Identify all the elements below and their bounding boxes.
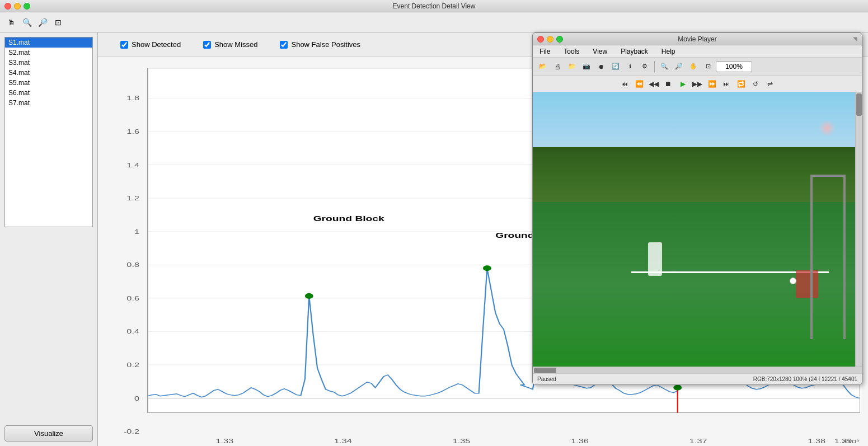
mp-toolbar-separator	[654, 61, 655, 72]
maximize-button[interactable]	[24, 3, 30, 10]
fit-icon[interactable]: ⊡	[51, 16, 65, 29]
mp-menu-view[interactable]: View	[590, 46, 609, 57]
mp-open-icon[interactable]: 📂	[536, 60, 550, 73]
goal-post-2	[810, 175, 813, 339]
mp-hand-icon[interactable]: ✋	[687, 60, 700, 73]
mp-status-right: RGB:720x1280 100% (24 f 12221 / 45401	[753, 376, 857, 382]
cursor-icon[interactable]: 🖱	[4, 16, 18, 29]
mp-toolbar: 📂 🖨 📁 📷 ⏺ 🔄 ℹ ⚙ 🔍 🔎 ✋ ⊡	[533, 58, 862, 76]
mp-fit-icon[interactable]: ⊡	[701, 60, 715, 73]
show-detected-checkbox[interactable]: Show Detected	[120, 40, 181, 49]
svg-text:1.6: 1.6	[126, 128, 139, 135]
mp-record-icon[interactable]: ⏺	[594, 60, 608, 73]
goal-post-1	[843, 175, 846, 339]
mp-maximize-button[interactable]	[556, 36, 563, 43]
show-false-positives-input[interactable]	[280, 41, 288, 49]
movie-player-window: Movie Player ◥ File Tools View Playback …	[532, 32, 862, 385]
mp-camera-icon[interactable]: 📷	[580, 60, 593, 73]
svg-text:0.4: 0.4	[126, 328, 139, 335]
mp-scrollbar-bottom[interactable]	[533, 367, 862, 373]
mp-title: Movie Player	[678, 35, 716, 43]
mp-scrollbar-thumb[interactable]	[856, 93, 862, 116]
mp-minimize-button[interactable]	[547, 36, 553, 43]
mp-menu-bar: File Tools View Playback Help	[533, 45, 862, 58]
file-list[interactable]: S1.mat S2.mat S3.mat S4.mat S5.mat S6.ma…	[4, 37, 93, 227]
mp-scrollbar-bottom-thumb[interactable]	[534, 368, 556, 373]
mp-step-forward-button[interactable]: ⏩	[705, 78, 719, 90]
svg-text:1: 1	[134, 228, 139, 235]
svg-text:0: 0	[134, 395, 139, 402]
mp-settings-icon[interactable]: ⚙	[638, 60, 651, 73]
mp-video-content	[533, 92, 862, 367]
mp-zoom-out-icon[interactable]: 🔎	[672, 60, 686, 73]
svg-text:1.33: 1.33	[216, 438, 234, 445]
mp-folder-icon[interactable]: 📁	[565, 60, 579, 73]
svg-text:1.34: 1.34	[334, 438, 352, 445]
mp-swap-button[interactable]: ⇌	[763, 78, 777, 90]
annotation-dot-4	[673, 385, 682, 391]
traffic-lights	[4, 3, 30, 10]
svg-text:1.2: 1.2	[126, 195, 139, 202]
file-list-item[interactable]: S2.mat	[5, 48, 92, 58]
mp-skip-end-button[interactable]: ⏭	[720, 78, 733, 90]
ball	[790, 278, 796, 284]
mp-menu-help[interactable]: Help	[659, 46, 678, 57]
zoom-in-icon[interactable]: 🔍	[20, 16, 34, 29]
mp-stop-button[interactable]: ⏹	[661, 78, 675, 90]
mp-step-back-button[interactable]: ⏪	[632, 78, 646, 90]
lens-flare	[819, 120, 836, 137]
svg-text:1.4: 1.4	[126, 161, 139, 168]
mp-refresh-button[interactable]: ↺	[749, 78, 762, 90]
mp-skip-start-button[interactable]: ⏮	[618, 78, 631, 90]
minimize-button[interactable]	[14, 3, 21, 10]
show-detected-label: Show Detected	[132, 40, 181, 49]
show-missed-label: Show Missed	[214, 40, 257, 49]
player-1	[648, 242, 662, 276]
svg-text:1.35: 1.35	[453, 438, 471, 445]
show-false-positives-checkbox[interactable]: Show False Positives	[280, 40, 360, 49]
file-list-item[interactable]: S6.mat	[5, 88, 92, 98]
svg-text:0.2: 0.2	[126, 362, 139, 369]
svg-text:1.36: 1.36	[571, 438, 589, 445]
mp-info-icon[interactable]: ℹ	[623, 60, 637, 73]
annotation-label-1: Ground Block	[313, 214, 385, 222]
show-detected-input[interactable]	[120, 41, 128, 49]
mp-fast-forward-button[interactable]: ▶▶	[691, 78, 704, 90]
mp-close-button[interactable]	[537, 36, 544, 43]
player-2	[796, 270, 818, 298]
file-list-item[interactable]: S3.mat	[5, 58, 92, 68]
left-panel: S1.mat S2.mat S3.mat S4.mat S5.mat S6.ma…	[0, 32, 98, 446]
zoom-out-icon[interactable]: 🔎	[36, 16, 49, 29]
mp-menu-tools[interactable]: Tools	[561, 46, 581, 57]
mp-menu-playback[interactable]: Playback	[618, 46, 650, 57]
show-missed-input[interactable]	[203, 41, 211, 49]
mp-play-button[interactable]: ▶	[676, 78, 689, 90]
mp-menu-file[interactable]: File	[537, 46, 552, 57]
show-missed-checkbox[interactable]: Show Missed	[203, 40, 257, 49]
mp-status-left: Paused	[537, 376, 556, 382]
mp-zoom-in-icon[interactable]: 🔍	[658, 60, 671, 73]
mp-scrollbar-right[interactable]	[855, 92, 862, 367]
close-button[interactable]	[4, 3, 11, 10]
file-list-item[interactable]: S1.mat	[5, 37, 92, 48]
mp-loop-button[interactable]: 🔁	[734, 78, 748, 90]
main-toolbar: 🖱 🔍 🔎 ⊡	[0, 12, 868, 32]
annotation-dot-2	[483, 265, 491, 271]
svg-text:0.6: 0.6	[126, 295, 139, 302]
mp-title-bar: Movie Player ◥	[533, 33, 862, 45]
svg-text:1.38: 1.38	[808, 438, 825, 445]
title-bar: Event Detection Detail View	[0, 0, 868, 12]
file-list-item[interactable]: S7.mat	[5, 98, 92, 108]
visualize-button[interactable]: Visualize	[4, 425, 93, 442]
file-list-item[interactable]: S4.mat	[5, 68, 92, 78]
mp-zoom-input[interactable]	[716, 61, 752, 72]
mp-print-icon[interactable]: 🖨	[551, 60, 564, 73]
annotation-dot-1	[305, 293, 313, 299]
svg-text:-0.2: -0.2	[124, 428, 139, 435]
svg-text:1.8: 1.8	[126, 95, 139, 102]
file-list-item[interactable]: S5.mat	[5, 78, 92, 88]
mp-rewind-button[interactable]: ◀◀	[647, 78, 660, 90]
mp-loop-icon[interactable]: 🔄	[609, 60, 622, 73]
mp-resize-handle[interactable]: ◥	[853, 36, 857, 42]
mp-traffic-lights	[537, 36, 563, 43]
